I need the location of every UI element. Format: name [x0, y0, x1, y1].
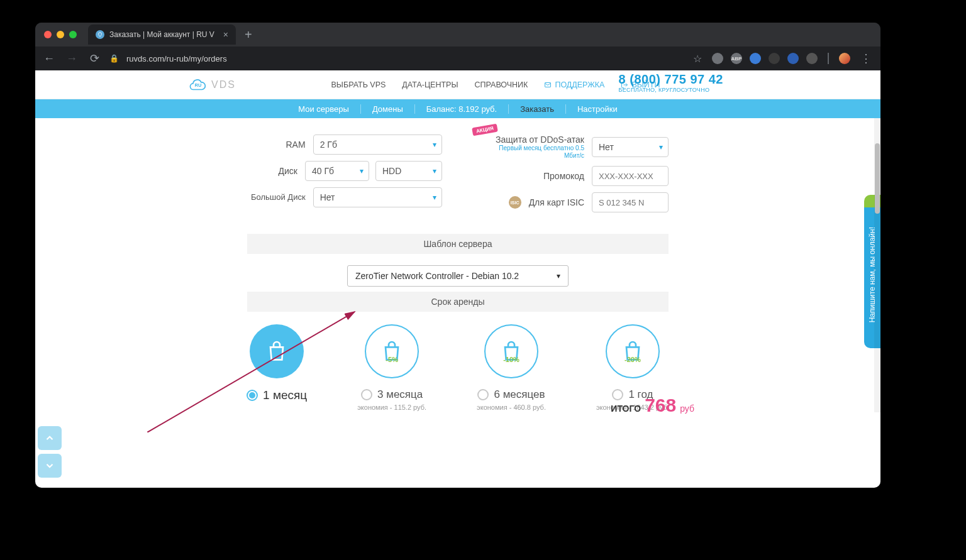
template-header: Шаблон сервера	[247, 234, 669, 254]
row-promo: Промокод	[474, 166, 669, 186]
total-value: 768	[645, 395, 676, 416]
savings-text: экономия - 460.8 руб.	[477, 404, 546, 411]
blank	[304, 123, 442, 128]
ram-select[interactable]: 2 Гб▾	[313, 135, 442, 155]
nav-choose-vps[interactable]: ВЫБРАТЬ VPS	[331, 80, 386, 89]
address-bar: ← → ⟳ 🔒 ruvds.com/ru-rub/my/orders ☆ ABP…	[35, 47, 880, 70]
order-page: RAM 2 Гб▾ Диск 40 Гб▾ HDD▾ Большой Диск …	[35, 118, 880, 411]
new-tab-button[interactable]: +	[245, 28, 252, 42]
subnav-balance[interactable]: Баланс: 8.192 руб.	[415, 104, 509, 114]
ext-translate-icon[interactable]	[750, 53, 761, 64]
nav-datacenters[interactable]: ДАТА-ЦЕНТРЫ	[402, 80, 458, 89]
browser-tab[interactable]: Заказать | Мой аккаунт | RU V ×	[88, 25, 236, 45]
site-header: RU VDS ВЫБРАТЬ VPS ДАТА-ЦЕНТРЫ СПРАВОЧНИ…	[35, 70, 880, 99]
subnav-settings[interactable]: Настройки	[566, 104, 629, 114]
mail-icon	[544, 81, 552, 89]
isic-label: Для карт ISIC	[529, 197, 584, 207]
ext-adblock-icon[interactable]: ABP	[731, 53, 742, 64]
cloud-icon: RU	[186, 75, 208, 94]
ddos-select[interactable]: Нет▾	[592, 137, 669, 157]
tab-close-icon[interactable]: ×	[223, 30, 228, 40]
minimize-window-icon[interactable]	[57, 31, 64, 38]
chevron-down-icon: ▾	[433, 167, 436, 175]
subnav-servers[interactable]: Мои серверы	[287, 104, 361, 114]
ext-globe-icon[interactable]	[712, 53, 723, 64]
total-label: ИТОГО	[611, 404, 641, 414]
bigdisk-label: Большой Диск	[247, 193, 306, 202]
forward-button[interactable]: →	[64, 52, 79, 65]
period-label: 3 месяца	[377, 388, 423, 401]
ddos-sub: Первый месяц бесплатно 0.5 Мбит/с	[484, 145, 584, 160]
total-unit: руб	[680, 404, 694, 414]
discount-badge: -10%	[503, 356, 519, 363]
period-label: 6 месяцев	[494, 388, 545, 401]
chevron-down-icon: ▾	[659, 143, 663, 151]
annotation-arrow	[147, 307, 367, 432]
row-topblank	[474, 123, 669, 128]
titlebar: Заказать | Мой аккаунт | RU V × +	[35, 23, 880, 47]
bag-icon: -20%	[606, 324, 660, 378]
phone-number[interactable]: 8 (800) 775 97 42	[619, 72, 723, 87]
separator	[828, 53, 829, 64]
ext-download-icon[interactable]	[787, 53, 799, 64]
period-3-months[interactable]: -5% 3 месяца экономия - 115.2 руб.	[357, 324, 426, 411]
period-6-months[interactable]: -10% 6 месяцев экономия - 460.8 руб.	[477, 324, 546, 411]
nav-reference[interactable]: СПРАВОЧНИК	[475, 80, 528, 89]
ext-icon-2[interactable]	[806, 53, 818, 64]
scroll-up-button[interactable]	[38, 426, 62, 450]
lock-icon: 🔒	[109, 54, 119, 63]
disk-type-select[interactable]: HDD▾	[375, 161, 442, 181]
tab-title: Заказать | Мой аккаунт | RU V	[109, 30, 214, 39]
template-select[interactable]: ZeroTier Network Controller - Debian 10.…	[347, 265, 569, 287]
phone-block: 8 (800) 775 97 42 БЕСПЛАТНО, КРУГЛОСУТОЧ…	[619, 72, 723, 93]
isic-input[interactable]	[592, 192, 669, 212]
left-col: RAM 2 Гб▾ Диск 40 Гб▾ HDD▾ Большой Диск …	[247, 123, 442, 219]
discount-badge: -20%	[625, 356, 641, 363]
window-controls	[44, 31, 77, 38]
row-cpu	[247, 123, 442, 128]
discount-badge: -5%	[386, 356, 398, 363]
ddos-label: Защита от DDoS-атак	[484, 135, 584, 145]
bag-icon: -5%	[365, 324, 419, 378]
scroll-down-button[interactable]	[38, 454, 62, 478]
chevron-down-icon: ▾	[433, 193, 436, 202]
bigdisk-select[interactable]: Нет▾	[313, 187, 442, 207]
phone-subtitle: БЕСПЛАТНО, КРУГЛОСУТОЧНО	[619, 87, 723, 93]
bookmark-icon[interactable]: ☆	[693, 53, 704, 64]
bag-icon: -10%	[484, 324, 538, 378]
main-nav: ВЫБРАТЬ VPS ДАТА-ЦЕНТРЫ СПРАВОЧНИК ПОДДЕ…	[331, 80, 660, 89]
sub-nav: Мои серверы Домены Баланс: 8.192 руб. За…	[35, 99, 880, 118]
favicon-icon	[96, 30, 104, 39]
right-col: АКЦИЯ Защита от DDoS-атак Первый месяц б…	[474, 123, 669, 219]
total-price: ИТОГО 768 руб	[611, 395, 694, 416]
disk-label: Диск	[247, 166, 297, 176]
isic-icon: ISIC	[509, 196, 521, 209]
reload-button[interactable]: ⟳	[87, 52, 102, 65]
profile-avatar[interactable]	[839, 53, 850, 64]
chevron-down-icon: ▾	[557, 272, 560, 280]
menu-icon[interactable]: ⋮	[860, 52, 872, 65]
ext-icon-1[interactable]	[769, 53, 780, 64]
nav-support[interactable]: ПОДДЕРЖКА	[544, 80, 604, 89]
promo-input[interactable]	[592, 166, 669, 186]
subnav-order[interactable]: Заказать	[509, 104, 566, 114]
svg-text:RU: RU	[195, 82, 202, 88]
blank	[530, 123, 669, 128]
config-columns: RAM 2 Гб▾ Диск 40 Гб▾ HDD▾ Большой Диск …	[35, 123, 880, 219]
browser-window: Заказать | Мой аккаунт | RU V × + ← → ⟳ …	[35, 23, 880, 488]
url-text[interactable]: ruvds.com/ru-rub/my/orders	[126, 54, 227, 63]
radio-icon	[477, 389, 489, 400]
ddos-labels: АКЦИЯ Защита от DDoS-атак Первый месяц б…	[484, 135, 584, 160]
row-ddos: АКЦИЯ Защита от DDoS-атак Первый месяц б…	[474, 135, 669, 160]
back-button[interactable]: ←	[42, 52, 57, 65]
subnav-domains[interactable]: Домены	[361, 104, 415, 114]
disk-size-select[interactable]: 40 Гб▾	[305, 161, 369, 181]
maximize-window-icon[interactable]	[69, 31, 77, 38]
close-window-icon[interactable]	[44, 31, 52, 38]
row-disk: Диск 40 Гб▾ HDD▾	[247, 161, 442, 181]
logo-text: VDS	[211, 79, 236, 91]
scroll-thumb[interactable]	[875, 143, 880, 214]
scrollbar[interactable]	[874, 118, 880, 412]
ram-label: RAM	[247, 140, 306, 150]
logo[interactable]: RU VDS	[186, 75, 236, 94]
